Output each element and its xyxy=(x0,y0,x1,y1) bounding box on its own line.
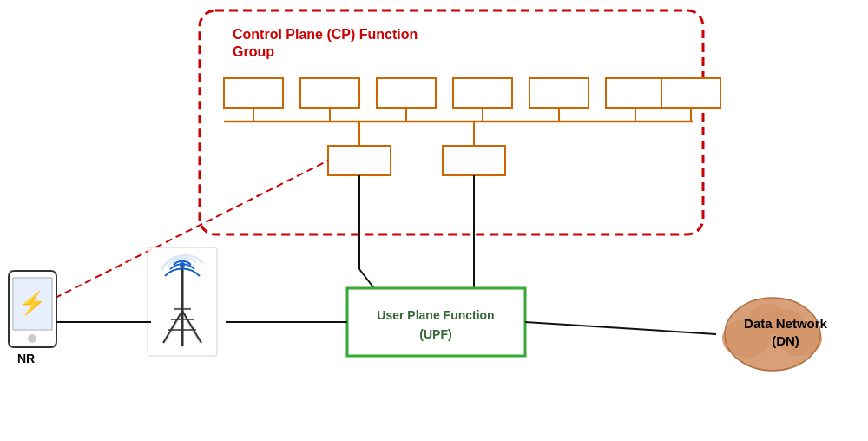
nr-label: NR xyxy=(17,352,35,365)
network-diagram: Control Plane (CP) Function Group xyxy=(0,0,868,441)
ue-home-button xyxy=(28,334,36,343)
nf-box-4 xyxy=(453,78,512,108)
sig-dot2 xyxy=(180,262,185,267)
nf-box-smf xyxy=(328,146,391,175)
cp-label-line1: Control Plane (CP) Function xyxy=(233,27,418,42)
cp-label-line2: Group xyxy=(233,44,274,59)
upf-label-line1: User Plane Function xyxy=(377,308,494,322)
upf-to-dn-line xyxy=(525,322,716,334)
nf-box-6 xyxy=(606,78,665,108)
nf-box-3 xyxy=(377,78,436,108)
ue-lightning-icon: ⚡ xyxy=(18,289,47,317)
nf-box-5 xyxy=(529,78,589,108)
diagram-svg: Control Plane (CP) Function Group xyxy=(0,0,868,441)
nf-box-amf xyxy=(443,146,505,175)
dn-label-line1: Data Network xyxy=(744,316,828,331)
upf-box xyxy=(347,288,525,356)
nf-box-7 xyxy=(661,78,720,108)
dn-label-line2: (DN) xyxy=(772,333,799,348)
nf-box-2 xyxy=(300,78,359,108)
upf-label-line2: (UPF) xyxy=(419,327,451,341)
nf-box-1 xyxy=(224,78,283,108)
